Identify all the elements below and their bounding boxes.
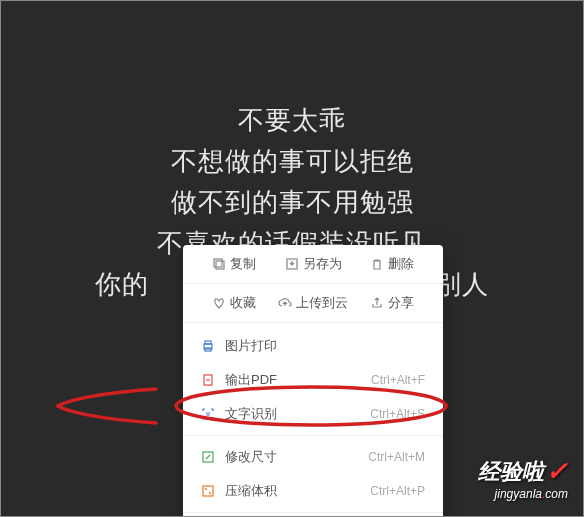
save-as-label: 另存为 bbox=[303, 255, 342, 273]
watermark-url: jingyanla.com bbox=[478, 487, 568, 501]
compress-item[interactable]: 压缩体积 Ctrl+Alt+P bbox=[183, 474, 443, 508]
resize-icon bbox=[201, 450, 215, 464]
context-menu: 复制 另存为 删除 收藏 上传到云 bbox=[183, 245, 443, 517]
menu-divider bbox=[183, 512, 443, 513]
menu-divider bbox=[183, 435, 443, 436]
save-as-button[interactable]: 另存为 bbox=[274, 255, 353, 273]
menu-item-shortcut: Ctrl+Alt+S bbox=[370, 407, 425, 421]
svg-rect-0 bbox=[214, 259, 222, 267]
menu-item-shortcut: Ctrl+Alt+M bbox=[368, 450, 425, 464]
save-as-icon bbox=[285, 257, 299, 271]
menu-item-label: 图片打印 bbox=[225, 337, 425, 355]
favorite-button[interactable]: 收藏 bbox=[195, 294, 274, 312]
quote-line: 做不到的事不用勉强 bbox=[1, 183, 583, 222]
delete-button[interactable]: 删除 bbox=[352, 255, 431, 273]
share-icon bbox=[370, 296, 384, 310]
svg-rect-4 bbox=[205, 341, 211, 344]
menu-item-label: 压缩体积 bbox=[225, 482, 370, 500]
print-image-item[interactable]: 图片打印 bbox=[183, 329, 443, 363]
favorite-label: 收藏 bbox=[230, 294, 256, 312]
quote-line: 不要太乖 bbox=[1, 101, 583, 140]
share-button[interactable]: 分享 bbox=[352, 294, 431, 312]
copy-label: 复制 bbox=[230, 255, 256, 273]
svg-rect-8 bbox=[203, 486, 213, 496]
text-scan-icon bbox=[201, 407, 215, 421]
upload-label: 上传到云 bbox=[296, 294, 348, 312]
menu-item-label: 输出PDF bbox=[225, 371, 371, 389]
menu-item-shortcut: Ctrl+Alt+F bbox=[371, 373, 425, 387]
upload-button[interactable]: 上传到云 bbox=[274, 294, 353, 312]
menu-item-shortcut: Ctrl+Alt+P bbox=[370, 484, 425, 498]
menu-second-row: 收藏 上传到云 分享 bbox=[183, 284, 443, 323]
quote-line: 不想做的事可以拒绝 bbox=[1, 142, 583, 181]
heart-icon bbox=[212, 296, 226, 310]
watermark-title: 经验啦 ✓ bbox=[478, 456, 568, 487]
svg-rect-1 bbox=[216, 261, 224, 269]
printer-icon bbox=[201, 339, 215, 353]
delete-label: 删除 bbox=[388, 255, 414, 273]
checkmark-icon: ✓ bbox=[546, 456, 568, 487]
trash-icon bbox=[370, 257, 384, 271]
ocr-item[interactable]: 文字识别 Ctrl+Alt+S bbox=[183, 397, 443, 431]
pdf-icon bbox=[201, 373, 215, 387]
compress-icon bbox=[201, 484, 215, 498]
export-pdf-item[interactable]: 输出PDF Ctrl+Alt+F bbox=[183, 363, 443, 397]
copy-button[interactable]: 复制 bbox=[195, 255, 274, 273]
copy-icon bbox=[212, 257, 226, 271]
watermark: 经验啦 ✓ jingyanla.com bbox=[478, 456, 568, 501]
menu-item-label: 文字识别 bbox=[225, 405, 370, 423]
menu-top-row: 复制 另存为 删除 bbox=[183, 245, 443, 284]
menu-list: 图片打印 输出PDF Ctrl+Alt+F 文字识别 Ctrl+Alt+S 修改… bbox=[183, 323, 443, 517]
cloud-upload-icon bbox=[278, 296, 292, 310]
share-label: 分享 bbox=[388, 294, 414, 312]
menu-item-label: 修改尺寸 bbox=[225, 448, 368, 466]
resize-item[interactable]: 修改尺寸 Ctrl+Alt+M bbox=[183, 440, 443, 474]
